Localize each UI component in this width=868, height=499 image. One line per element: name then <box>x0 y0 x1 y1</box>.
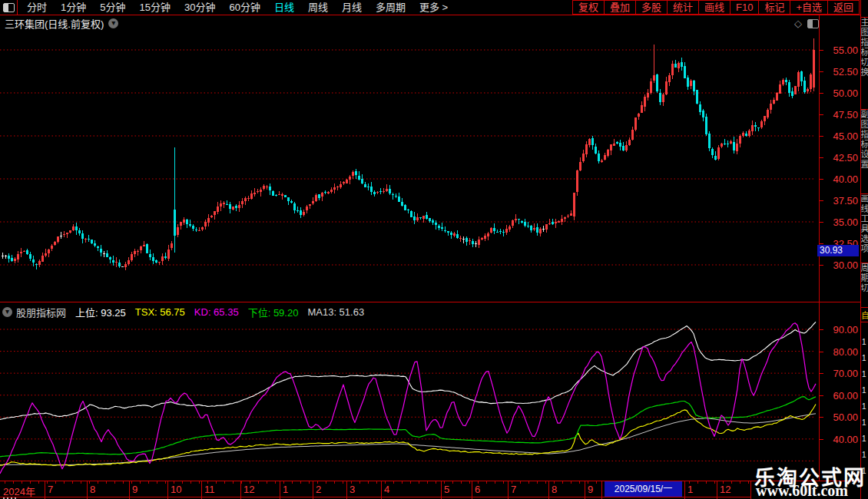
timeline-tick <box>72 481 73 484</box>
timeline-tick <box>419 481 419 484</box>
pane-divider[interactable] <box>0 302 860 302</box>
timeline-tick <box>343 481 343 484</box>
timeline-month-label: 10 <box>171 484 181 495</box>
right-strip-value: 1 <box>862 402 866 411</box>
timeline-month-label: 4 <box>384 484 389 495</box>
timeline-tick <box>402 481 403 484</box>
toolbar-button-1[interactable]: 叠加 <box>604 0 636 15</box>
right-strip-segment-0[interactable]: 主图指标切换 <box>861 17 868 110</box>
tab-period-8[interactable]: 月线 <box>335 0 369 15</box>
timeline-tick <box>359 481 360 484</box>
timeline-tick <box>410 481 411 484</box>
timeline-separator <box>280 481 280 497</box>
timeline-tick <box>148 481 149 484</box>
layout-toggle-button[interactable] <box>0 0 18 15</box>
timeline-tick <box>275 481 276 484</box>
timeline-tick <box>98 481 98 484</box>
tab-period-1[interactable]: 1分钟 <box>54 0 93 15</box>
timeline-tick <box>165 481 166 484</box>
timeline-tick <box>486 481 487 484</box>
chevron-down-icon[interactable]: ▾ <box>2 307 12 317</box>
timeline-separator <box>441 481 442 497</box>
timeline-separator <box>585 481 585 497</box>
right-edge-strip: 自 主图指标切换副图指标设置画线工具选项周期切换111111111 <box>861 0 868 499</box>
timeline-month-label: 8 <box>552 484 557 495</box>
timeline-month-label: 12 <box>244 484 254 495</box>
tab-period-3[interactable]: 15分钟 <box>132 0 177 15</box>
timeline-separator <box>472 481 472 497</box>
timeline-tick <box>368 481 369 484</box>
timeline-month-label: 2 <box>316 484 321 495</box>
timeline-tick <box>190 481 191 484</box>
candlestick-chart[interactable] <box>0 15 817 301</box>
timeline-tick <box>562 481 563 484</box>
price-axis-label: 30.00 <box>817 259 858 271</box>
toolbar-button-7[interactable]: +自选 <box>790 0 828 15</box>
toolbar-button-4[interactable]: 画线 <box>698 0 731 15</box>
indicator-axis-label: 40.00 <box>817 434 858 445</box>
indicator-line-上位 <box>0 322 816 419</box>
period-tab-bar: 分时1分钟5分钟15分钟30分钟60分钟日线周线月线多周期更多 > <box>20 0 455 15</box>
tab-period-10[interactable]: 更多 > <box>412 0 455 15</box>
timeline-tick <box>528 481 529 484</box>
right-strip-segment-3[interactable]: 周期切换 <box>861 263 868 302</box>
timeline-month-label: 5 <box>444 484 449 495</box>
timeline-tick <box>64 481 65 484</box>
right-strip-segment-1[interactable]: 副图指标设置 <box>861 109 868 194</box>
timeline-separator <box>240 481 241 497</box>
toolbar-button-6[interactable]: 标记 <box>758 0 790 15</box>
tab-period-9[interactable]: 多周期 <box>369 0 412 15</box>
indicator-line-下位 <box>0 397 816 457</box>
indicator-name[interactable]: 股朋指标网 <box>16 305 66 319</box>
tab-period-7[interactable]: 周线 <box>301 0 335 15</box>
indicator-chart[interactable] <box>0 321 817 481</box>
price-axis-label: 45.00 <box>817 131 858 142</box>
toolbar-button-3[interactable]: 统计 <box>667 0 699 15</box>
indicator-axis-label: 70.00 <box>817 368 858 379</box>
toolbar-button-8[interactable]: 返回 <box>827 0 860 15</box>
timeline-month-label: 9 <box>588 484 593 495</box>
right-strip-value: 1 <box>862 418 866 427</box>
indicator-field-2: KD: 65.35 <box>194 306 239 318</box>
price-axis-label: 40.00 <box>817 173 858 185</box>
right-strip-value: 1 <box>862 451 866 459</box>
timeline-tick <box>300 481 301 484</box>
price-axis-label: 55.00 <box>817 45 858 56</box>
timeline-tick <box>706 481 707 484</box>
timeline-month-label: 11 <box>204 484 215 495</box>
indicator-axis-label: 90.00 <box>817 324 858 335</box>
toolbar-button-2[interactable]: 多股 <box>635 0 668 15</box>
right-strip-segment-2[interactable]: 画线工具选项 <box>861 193 868 263</box>
timeline-axis[interactable]: 2024年7891011121234567891122025/09/15/一 <box>0 481 751 497</box>
toolbar-button-5[interactable]: F10 <box>730 0 759 15</box>
timeline-tick <box>545 481 546 484</box>
tab-period-0[interactable]: 分时 <box>20 0 54 15</box>
price-axis-label: 47.50 <box>817 109 858 121</box>
timeline-tick <box>503 481 504 484</box>
timeline-tick <box>267 481 267 484</box>
timeline-tick <box>461 481 462 484</box>
indicator-header: ▾ 股朋指标网 上位: 93.25TSX: 56.75KD: 65.35下位: … <box>2 306 364 318</box>
toolbar-button-0[interactable]: 复权 <box>572 0 605 15</box>
timeline-separator <box>548 481 549 497</box>
timeline-tick <box>55 481 56 484</box>
timeline-tick <box>140 481 141 484</box>
timeline-month-label: 1 <box>283 484 288 495</box>
timeline-date-badge: 2025/09/15/一 <box>605 481 682 497</box>
right-strip-value: 1 <box>862 370 866 378</box>
indicator-line-TSX <box>0 404 816 465</box>
timeline-separator <box>717 481 717 497</box>
timeline-tick <box>393 481 394 484</box>
tab-period-2[interactable]: 5分钟 <box>93 0 132 15</box>
tab-period-6[interactable]: 日线 <box>267 0 301 15</box>
timeline-month-label: 2024年 <box>3 484 35 498</box>
right-strip-value: 1 <box>862 354 866 362</box>
tab-period-5[interactable]: 60分钟 <box>222 0 267 15</box>
tab-period-4[interactable]: 30分钟 <box>177 0 222 15</box>
timeline-separator <box>129 481 130 497</box>
right-strip-badge[interactable]: 自 <box>861 309 868 321</box>
timeline-tick <box>748 481 749 484</box>
timeline-month-label: 8 <box>90 484 95 495</box>
price-axis-label: 42.50 <box>817 152 858 164</box>
timeline-tick <box>258 481 259 484</box>
